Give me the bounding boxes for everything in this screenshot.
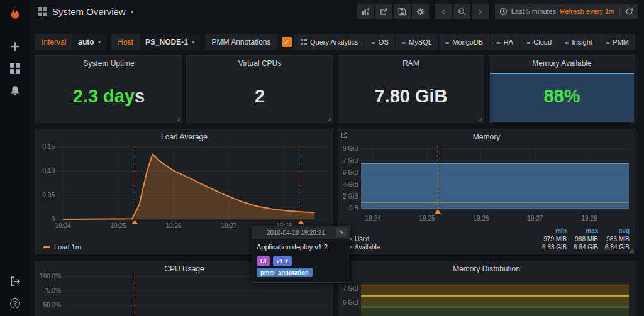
svg-text:7 GiB: 7 GiB <box>343 157 358 164</box>
svg-text:19:26: 19:26 <box>165 222 181 229</box>
pmm-annotations-toggle: PMM Annotations ✓ <box>205 34 296 50</box>
caret-down-icon[interactable]: ▾ <box>131 8 134 15</box>
alerting-bell-icon[interactable] <box>9 84 21 97</box>
time-picker-button[interactable]: Last 5 minutes Refresh every 1m <box>495 4 638 19</box>
panel-title[interactable]: Memory <box>338 133 635 141</box>
time-shift-forward-button[interactable]: › <box>472 4 489 19</box>
annotation-timestamp: 2018-04-18 19:28:21 <box>256 229 336 236</box>
svg-text:0: 0 <box>51 215 55 222</box>
svg-text:0 B: 0 B <box>349 205 358 212</box>
list-icon: ≡ <box>606 38 609 46</box>
panel-title[interactable]: Memory Available <box>489 59 635 68</box>
list-icon: ≡ <box>402 38 406 46</box>
resize-handle[interactable] <box>629 117 633 121</box>
panel-memory: 19:2419:2519:2619:2719:289 GiB7 GiB6 GiB… <box>338 129 635 254</box>
chevron-right-icon: › <box>479 6 482 16</box>
memory-legend-table: minmaxavgUsed979 MiB988 MiB983 MiBAvaila… <box>345 227 630 251</box>
legend-header[interactable]: max <box>567 227 598 234</box>
panel-external-link-icon[interactable] <box>341 132 347 138</box>
dashboard-title[interactable]: System Overview <box>52 6 126 17</box>
zoom-out-button[interactable] <box>453 4 470 19</box>
navbar-left: System Overview ▾ <box>38 6 134 17</box>
legend-load-1m[interactable]: Load 1m <box>54 243 81 251</box>
link-os[interactable]: ≡OS <box>364 34 394 50</box>
resize-handle[interactable] <box>327 117 331 121</box>
legend-header[interactable]: avg <box>598 227 630 234</box>
interval-select[interactable]: auto ▾ <box>72 34 106 50</box>
svg-text:7 GiB: 7 GiB <box>343 285 358 292</box>
share-button[interactable] <box>375 4 392 19</box>
link-mysql[interactable]: ≡MySQL <box>395 34 438 50</box>
host-label: Host <box>111 34 140 50</box>
svg-text:0.15: 0.15 <box>43 143 55 150</box>
dashboards-grid-icon[interactable] <box>9 62 21 75</box>
add-panel-icon <box>362 8 370 16</box>
sign-in-icon[interactable] <box>9 275 21 288</box>
svg-text:75.0%: 75.0% <box>43 287 61 294</box>
panel-ram: RAM 7.80 GiB <box>338 55 484 123</box>
dashboard-links-bar: Query Analytics ≡OS ≡MySQL ≡MongoDB ≡HA … <box>294 34 635 50</box>
pmm-annotations-label: PMM Annotations <box>205 34 277 50</box>
create-plus-icon[interactable] <box>9 40 21 53</box>
link-insight[interactable]: ≡Insight <box>558 34 599 50</box>
legend-swatch <box>43 246 50 248</box>
panel-title[interactable]: RAM <box>338 59 484 68</box>
sidebar: ? <box>0 0 30 316</box>
legend-header[interactable]: min <box>535 227 567 234</box>
resize-handle[interactable] <box>478 117 482 121</box>
interval-label: Interval <box>35 34 72 50</box>
uptime-value: 2.3 days <box>36 79 182 114</box>
panel-memory-distribution: 7 GiB6 GiB Memory Distribution <box>338 261 635 316</box>
link-ha[interactable]: ≡HA <box>489 34 519 50</box>
svg-text:19:25: 19:25 <box>419 215 435 222</box>
tooltip-body: Application deploy v1.2 UIv1.2pmm_annota… <box>252 239 350 282</box>
link-pmm[interactable]: ≡PMM <box>599 34 635 50</box>
settings-button[interactable] <box>412 4 429 19</box>
pmm-annotations-checkbox[interactable]: ✓ <box>277 34 296 50</box>
navbar-actions: ‹ › Last 5 minutes Refresh every 1m <box>356 4 638 19</box>
annotation-tag: pmm_annotation <box>257 268 313 277</box>
ram-value: 7.80 GiB <box>338 79 484 114</box>
host-variable: Host PS_NODE-1 ▾ <box>111 34 200 50</box>
dashboard-picker-icon[interactable] <box>38 7 47 16</box>
host-value: PS_NODE-1 <box>145 38 188 46</box>
navbar: System Overview ▾ ‹ › Last 5 minu <box>30 0 644 23</box>
svg-text:100.0%: 100.0% <box>40 273 61 280</box>
template-variables-bar: Interval auto ▾ Host PS_NODE-1 ▾ PMM Ann… <box>35 34 296 50</box>
legend: Load 1m <box>43 243 81 251</box>
edit-annotation-button[interactable]: ✎ <box>336 228 347 237</box>
panel-title[interactable]: Memory Distribution <box>338 264 635 273</box>
chevron-left-icon: ‹ <box>442 6 445 16</box>
link-query-analytics[interactable]: Query Analytics <box>294 34 364 50</box>
grid-icon <box>301 39 307 45</box>
save-button[interactable] <box>394 4 411 19</box>
resize-handle[interactable] <box>176 117 180 121</box>
link-mongodb[interactable]: ≡MongoDB <box>438 34 489 50</box>
time-shift-back-button[interactable]: ‹ <box>435 4 452 19</box>
grafana-logo-icon[interactable] <box>6 3 25 22</box>
panel-title[interactable]: Load Average <box>36 133 333 141</box>
svg-text:19:25: 19:25 <box>110 222 126 229</box>
host-select[interactable]: PS_NODE-1 ▾ <box>140 34 201 50</box>
interval-value: auto <box>78 38 94 46</box>
panel-title[interactable]: Virtual CPUs <box>187 59 333 68</box>
checkbox-check-icon: ✓ <box>282 37 292 47</box>
svg-text:19:26: 19:26 <box>473 215 489 222</box>
panel-title[interactable]: System Uptime <box>36 59 182 68</box>
legend-series-name[interactable]: Available <box>345 244 535 251</box>
magnifier-icon <box>458 8 466 16</box>
svg-text:19:24: 19:24 <box>55 222 70 229</box>
list-icon: ≡ <box>445 38 449 46</box>
refresh-interval-label[interactable]: Refresh every 1m <box>560 8 614 15</box>
svg-text:4 GiB: 4 GiB <box>343 181 358 188</box>
annotation-tags: UIv1.2pmm_annotation <box>257 254 345 277</box>
help-icon[interactable]: ? <box>9 297 21 310</box>
resize-handle[interactable] <box>629 248 633 253</box>
svg-text:9 GiB: 9 GiB <box>343 145 358 152</box>
svg-text:0.05: 0.05 <box>43 192 55 199</box>
list-icon: ≡ <box>526 38 530 46</box>
add-panel-button[interactable] <box>357 4 374 19</box>
legend-series-name[interactable]: Used <box>345 236 535 242</box>
interval-variable: Interval auto ▾ <box>35 34 106 50</box>
link-cloud[interactable]: ≡Cloud <box>519 34 558 50</box>
